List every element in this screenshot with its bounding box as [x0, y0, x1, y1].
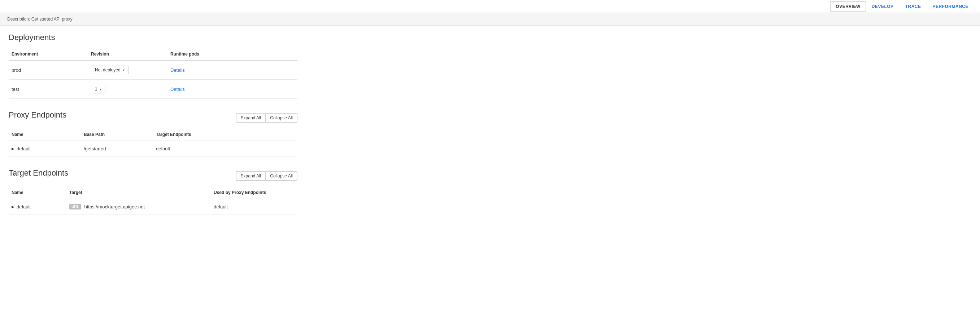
deployments-title: Deployments — [9, 33, 298, 42]
target-ep-name: default — [17, 204, 31, 209]
deployment-row-test: test 1 ▾ Details — [9, 80, 298, 99]
target-ep-url-cell: URL https://mocktarget.apigee.net — [67, 203, 211, 211]
proxy-endpoints-table: Name Base Path Target Endpoints ▶ defaul… — [9, 128, 298, 157]
target-ep-used-by: default — [211, 203, 298, 211]
proxy-ep-target: default — [153, 144, 298, 153]
chevron-down-icon: ▾ — [123, 68, 124, 72]
target-ep-url: https://mocktarget.apigee.net — [84, 204, 145, 209]
proxy-ep-name-cell: ▶ default — [9, 144, 81, 153]
proxy-expand-all-button[interactable]: Expand All — [236, 113, 266, 123]
deployment-pods-test: Details — [167, 85, 298, 93]
proxy-endpoints-section: Proxy Endpoints Expand All Collapse All … — [9, 110, 971, 157]
deployment-env-prod: prod — [9, 66, 88, 74]
target-endpoints-section: Target Endpoints Expand All Collapse All… — [9, 168, 971, 215]
proxy-ep-col-name: Name — [9, 130, 81, 138]
target-ep-col-target: Target — [67, 188, 211, 196]
target-expand-all-button[interactable]: Expand All — [236, 171, 266, 181]
chevron-down-icon: ▾ — [100, 87, 102, 91]
deployment-revision-prod: Not deployed ▾ — [88, 64, 167, 76]
target-expand-collapse-btns: Expand All Collapse All — [236, 171, 298, 181]
nav-trace[interactable]: TRACE — [899, 1, 927, 12]
proxy-ep-col-basepath: Base Path — [81, 130, 153, 138]
nav-develop[interactable]: DEVELOP — [866, 1, 899, 12]
proxy-ep-basepath: /getstarted — [81, 144, 153, 153]
nav-performance[interactable]: PERFORMANCE — [927, 1, 974, 12]
proxy-ep-col-target: Target Endpoints — [153, 130, 298, 138]
deployments-col-environment: Environment — [9, 50, 88, 58]
deployments-header: Environment Revision Runtime pods — [9, 48, 298, 60]
target-endpoints-header-row: Target Endpoints Expand All Collapse All — [9, 168, 298, 184]
target-endpoints-table: Name Target Used by Proxy Endpoints ▶ de… — [9, 187, 298, 215]
description-bar: Description: Get started API proxy — [0, 13, 980, 25]
target-ep-table-header: Name Target Used by Proxy Endpoints — [9, 187, 298, 199]
proxy-endpoints-title: Proxy Endpoints — [9, 110, 67, 120]
revision-dropdown-test[interactable]: 1 ▾ — [91, 85, 105, 93]
main-content: Deployments Environment Revision Runtime… — [0, 25, 980, 234]
prod-details-link[interactable]: Details — [170, 67, 185, 73]
deployment-env-test: test — [9, 85, 88, 93]
proxy-ep-row-default: ▶ default /getstarted default — [9, 141, 298, 157]
description-text: Description: Get started API proxy — [7, 17, 73, 22]
test-details-link[interactable]: Details — [170, 87, 185, 92]
not-deployed-dropdown[interactable]: Not deployed ▾ — [91, 66, 129, 74]
deployment-pods-prod: Details — [167, 66, 298, 74]
deployments-col-revision: Revision — [88, 50, 167, 58]
proxy-expand-collapse-btns: Expand All Collapse All — [236, 113, 298, 123]
top-nav: OVERVIEW DEVELOP TRACE PERFORMANCE — [0, 0, 980, 13]
proxy-ep-table-header: Name Base Path Target Endpoints — [9, 128, 298, 141]
target-ep-col-name: Name — [9, 188, 67, 196]
url-badge: URL — [69, 204, 81, 209]
proxy-endpoints-header-row: Proxy Endpoints Expand All Collapse All — [9, 110, 298, 125]
target-endpoints-title: Target Endpoints — [9, 168, 68, 178]
proxy-ep-name: default — [17, 146, 31, 151]
proxy-collapse-all-button[interactable]: Collapse All — [265, 113, 298, 123]
expand-target-row-icon[interactable]: ▶ — [11, 205, 14, 209]
target-collapse-all-button[interactable]: Collapse All — [265, 171, 298, 181]
nav-overview[interactable]: OVERVIEW — [830, 2, 865, 11]
deployment-row-prod: prod Not deployed ▾ Details — [9, 60, 298, 80]
expand-row-icon[interactable]: ▶ — [11, 147, 14, 151]
target-ep-name-cell: ▶ default — [9, 203, 67, 211]
deployment-revision-test: 1 ▾ — [88, 83, 167, 95]
target-ep-col-used-by: Used by Proxy Endpoints — [211, 188, 298, 196]
target-ep-row-default: ▶ default URL https://mocktarget.apigee.… — [9, 199, 298, 215]
deployments-col-runtime: Runtime pods — [167, 50, 298, 58]
deployments-section: Deployments Environment Revision Runtime… — [9, 33, 298, 99]
